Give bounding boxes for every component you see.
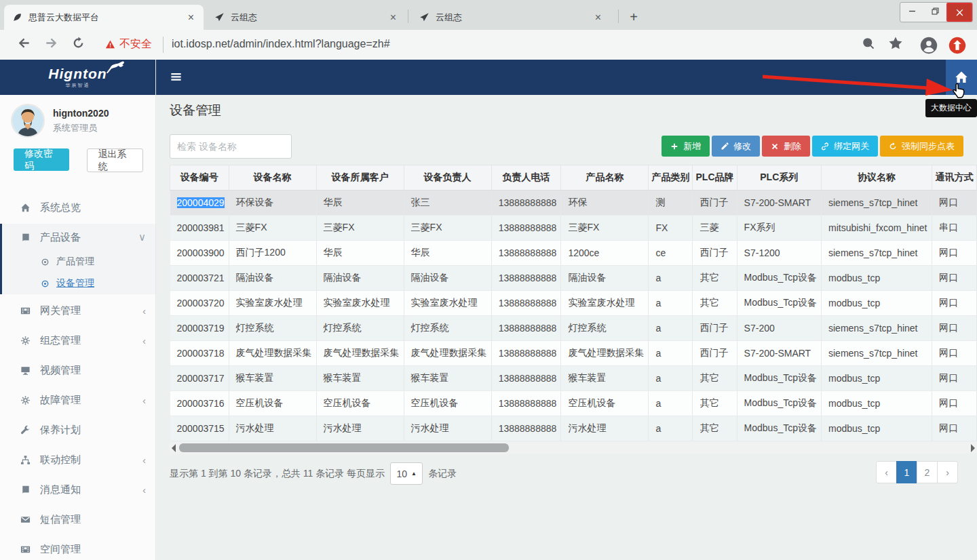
- browser-tab[interactable]: 思普云大数据平台×: [4, 5, 204, 30]
- logout-button[interactable]: 退出系统: [87, 148, 144, 172]
- profile-avatar-icon[interactable]: [920, 37, 938, 59]
- bookmark-star-icon[interactable]: [889, 37, 902, 54]
- table-cell: 三菱FX: [316, 216, 404, 241]
- column-header: 负责人电话: [491, 165, 561, 191]
- refresh-toolbar-button[interactable]: 强制同步点表: [880, 136, 963, 157]
- url-text[interactable]: iot.idosp.net/admin/index.html?language=…: [172, 38, 390, 50]
- table-row[interactable]: 200004029环保设备华辰张三13888888888环保测西门子S7-200…: [170, 191, 977, 216]
- x-toolbar-button[interactable]: 删除: [762, 136, 810, 157]
- browser-tab[interactable]: 云组态×: [206, 5, 406, 30]
- screen: 思普云大数据平台×云组态×云组态× + 不安全 iot.idosp.net/ad…: [0, 0, 977, 560]
- chevron-left-icon: ‹: [142, 454, 146, 466]
- sidebar-item[interactable]: 保养计划: [0, 416, 155, 443]
- scroll-left-arrow[interactable]: [172, 444, 176, 452]
- scrollbar-thumb[interactable]: [179, 443, 509, 452]
- page-next-button[interactable]: ›: [937, 461, 958, 483]
- sidebar-item[interactable]: 联动控制‹: [0, 446, 155, 473]
- table-cell: 实验室废水处理: [561, 291, 649, 316]
- table-row[interactable]: 200003900西门子1200华辰华辰138888888881200cece西…: [170, 241, 977, 266]
- pencil-toolbar-button[interactable]: 修改: [712, 136, 760, 157]
- page-size-select[interactable]: 10 ▲: [390, 462, 423, 485]
- new-tab-button[interactable]: +: [624, 8, 643, 26]
- sidebar-item[interactable]: 故障管理‹: [0, 386, 155, 414]
- plus-toolbar-button[interactable]: 新增: [662, 136, 710, 157]
- sidebar-subitem[interactable]: 设备管理: [2, 273, 155, 294]
- link-toolbar-button[interactable]: 绑定网关: [812, 136, 878, 157]
- sidebar-item[interactable]: 产品设备∨: [2, 224, 155, 251]
- chevron-left-icon: ‹: [142, 395, 146, 406]
- sidebar-menu: 系统总览产品设备∨产品管理设备管理网关管理‹组态管理‹视频管理故障管理‹保养计划…: [0, 194, 155, 560]
- sidebar-item[interactable]: 视频管理: [0, 357, 155, 384]
- home-button[interactable]: [946, 60, 977, 95]
- browser-update-icon[interactable]: [949, 37, 966, 59]
- table-row[interactable]: 200003721隔油设备隔油设备隔油设备13888888888隔油设备a其它M…: [170, 266, 977, 291]
- zoom-out-icon[interactable]: [862, 37, 875, 54]
- plus-icon: [670, 142, 678, 151]
- tab-close-icon[interactable]: ×: [387, 12, 399, 24]
- address-bar: 不安全 iot.idosp.net/admin/index.html?langu…: [0, 30, 977, 60]
- close-button[interactable]: [946, 3, 972, 22]
- table-cell: siemens_s7tcp_hinet: [821, 341, 932, 366]
- table-cell: 三菱: [693, 216, 737, 241]
- horizontal-scrollbar[interactable]: [170, 442, 977, 454]
- table-cell: 西门子: [693, 341, 737, 366]
- table-cell: siemens_s7tcp_hinet: [821, 191, 932, 216]
- search-input[interactable]: [170, 134, 292, 159]
- sidebar-item[interactable]: 空间管理: [0, 536, 155, 560]
- page-button[interactable]: 2: [917, 461, 938, 483]
- page-button[interactable]: 1: [896, 461, 917, 483]
- table-cell: Modbus_Tcp设备: [737, 391, 821, 416]
- change-password-button[interactable]: 修改密码: [14, 148, 69, 171]
- restore-button[interactable]: [923, 3, 946, 19]
- minimize-button[interactable]: [900, 3, 923, 19]
- reload-button[interactable]: [72, 37, 85, 53]
- sidebar-item[interactable]: 系统总览: [0, 194, 155, 221]
- sidebar-item-label: 故障管理: [40, 394, 142, 407]
- sidebar-item[interactable]: 消息通知‹: [0, 476, 155, 503]
- wrench-icon: [19, 425, 31, 435]
- sidebar-item[interactable]: 网关管理‹: [0, 297, 155, 324]
- page-title: 设备管理: [170, 102, 221, 119]
- column-header: PLC系列: [737, 165, 821, 191]
- table-cell: S7-200-SMART: [737, 341, 821, 366]
- scroll-right-arrow[interactable]: [971, 444, 975, 452]
- user-avatar[interactable]: [11, 104, 45, 138]
- hamburger-menu-icon[interactable]: [170, 71, 183, 83]
- sidebar-item[interactable]: 短信管理: [0, 506, 155, 533]
- table-row[interactable]: 200003716空压机设备空压机设备空压机设备13888888888空压机设备…: [170, 391, 977, 416]
- tab-close-icon[interactable]: ×: [592, 12, 604, 24]
- tab-title: 云组态: [231, 12, 387, 24]
- page-prev-button[interactable]: ‹: [876, 461, 897, 483]
- app-topbar: [156, 60, 977, 95]
- table-cell: 灯控系统: [316, 316, 404, 341]
- table-cell: 猴车装置: [561, 366, 649, 391]
- chevron-down-icon: ∨: [138, 231, 146, 243]
- table-row[interactable]: 200003719灯控系统灯控系统灯控系统13888888888灯控系统a西门子…: [170, 316, 977, 341]
- table-cell: 200003720: [170, 291, 229, 316]
- summary-text: 显示第 1 到第 10 条记录，总共 11 条记录 每页显示: [170, 468, 385, 480]
- sidebar-item-label: 组态管理: [40, 334, 142, 347]
- forward-button[interactable]: [45, 37, 58, 53]
- table-cell: 网口: [932, 366, 976, 391]
- table-row[interactable]: 200003720实验室废水处理实验室废水处理实验室废水处理1388888888…: [170, 291, 977, 316]
- table-row[interactable]: 200003718废气处理数据采集废气处理数据采集废气处理数据采集1388888…: [170, 341, 977, 366]
- table-cell: 其它: [693, 291, 737, 316]
- sidebar-item[interactable]: 组态管理‹: [0, 327, 155, 354]
- table-cell: 实验室废水处理: [229, 291, 316, 316]
- pencil-icon: [721, 142, 729, 151]
- sidebar-subitem[interactable]: 产品管理: [2, 251, 155, 273]
- table-cell: 网口: [932, 241, 976, 266]
- desktop-icon: [19, 365, 31, 376]
- tab-close-icon[interactable]: ×: [185, 12, 197, 24]
- app-logo: Hignton 华辰智通: [0, 60, 155, 95]
- chevron-left-icon: ‹: [142, 484, 146, 496]
- table-row[interactable]: 200003715污水处理污水处理污水处理13888888888污水处理a其它M…: [170, 416, 977, 441]
- browser-tab-strip: 思普云大数据平台×云组态×云组态×: [0, 0, 977, 30]
- security-warning[interactable]: 不安全: [119, 37, 152, 52]
- browser-tab[interactable]: 云组态×: [411, 5, 611, 30]
- feather-icon: [12, 12, 22, 22]
- table-row[interactable]: 200003981三菱FX三菱FX三菱FX13888888888三菱FXFX三菱…: [170, 216, 977, 241]
- table-cell: 13888888888: [491, 216, 561, 241]
- back-button[interactable]: [18, 37, 31, 53]
- table-row[interactable]: 200003717猴车装置猴车装置猴车装置13888888888猴车装置a其它M…: [170, 366, 977, 391]
